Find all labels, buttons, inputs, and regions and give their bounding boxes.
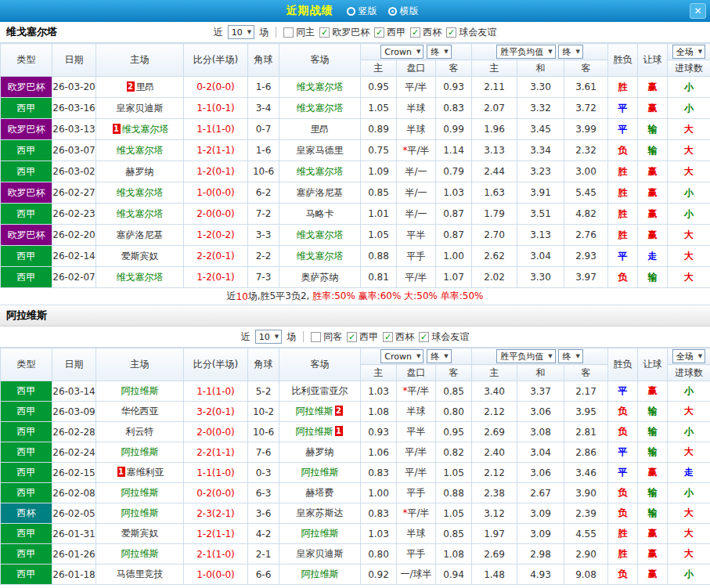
europe-home-odds-cell: 1.48 — [472, 565, 517, 585]
home-team-cell: 阿拉维斯 — [96, 503, 184, 524]
league-filter-checkbox[interactable]: ✓欧罗巴杯 — [319, 26, 369, 39]
col-home: 主场 — [96, 44, 184, 77]
home-team-cell: 阿拉维斯 — [96, 381, 184, 402]
team1-results-table: 类型 日期 主场 比分(半场) 角球 客场 Crown▼ 终▼ 胜平负均值▼ 终… — [0, 43, 710, 288]
match-row: 西甲26-02-08阿拉维斯0-2(0-0)6-3赫塔费1.00平手0.882.… — [1, 483, 710, 503]
asia-home-odds-cell: 0.83 — [361, 503, 397, 524]
league-filter-checkbox[interactable]: ✓西杯 — [410, 26, 441, 39]
league-filter-checkbox[interactable]: 同主 — [283, 26, 315, 39]
team2-league-checkboxes: 同客✓西甲✓西杯✓球会友谊 — [311, 330, 469, 344]
team-name: 比利亚雷亚尔 — [292, 385, 348, 396]
asia-away-odds-cell: 0.82 — [436, 442, 472, 463]
league-filter-checkbox[interactable]: ✓西甲 — [374, 26, 405, 39]
chevron-down-icon: ▼ — [416, 49, 420, 55]
europe-odds-select[interactable]: 胜平负均值▼ — [496, 349, 555, 363]
handicap-result-cell: 输 — [638, 483, 668, 503]
handicap-result-cell: 赢 — [638, 565, 668, 585]
europe-home-odds-cell: 2.44 — [472, 161, 517, 182]
goals-result-cell: 大 — [668, 225, 710, 246]
europe-away-odds-cell: 2.17 — [564, 381, 608, 402]
team-name: 阿拉维斯 — [121, 507, 159, 518]
match-count-select[interactable]: 10 ▼ — [228, 25, 254, 39]
away-team-cell: 阿拉维斯 — [279, 524, 361, 544]
col-asia-home: 主 — [361, 60, 397, 77]
match-date-cell: 26-03-16 — [52, 98, 96, 119]
chevron-down-icon: ▼ — [444, 49, 448, 55]
league-filter-checkbox[interactable]: ✓球会友谊 — [446, 26, 496, 39]
europe-final-select[interactable]: 终▼ — [558, 45, 582, 59]
match-count-select[interactable]: 10 ▼ — [255, 330, 282, 344]
asia-away-odds-cell: 0.93 — [436, 77, 472, 98]
chevron-down-icon: ▼ — [698, 353, 702, 359]
europe-home-odds-cell: 3.12 — [472, 503, 517, 524]
europe-away-odds-cell: 3.97 — [564, 267, 608, 288]
radio-vertical-view[interactable]: 竖版 — [347, 5, 377, 18]
col-asia-line: 盘口 — [397, 365, 436, 381]
goals-period-header: 全场▼ — [668, 348, 710, 365]
europe-away-odds-cell: 2.90 — [564, 544, 608, 565]
corner-cell: 6-6 — [248, 565, 279, 585]
europe-odds-select[interactable]: 胜平负均值▼ — [496, 45, 555, 59]
period-select[interactable]: 全场▼ — [672, 45, 705, 59]
corner-cell: 7-2 — [248, 204, 279, 225]
league-type-cell: 欧罗巴杯 — [1, 182, 52, 204]
team-name: 皇家贝迪斯 — [117, 103, 164, 114]
goals-result-cell: 小 — [668, 98, 710, 119]
goals-result-cell: 小 — [668, 77, 710, 98]
chevron-down-icon: ▼ — [247, 29, 251, 35]
goals-result-cell: 大 — [668, 503, 710, 524]
asia-home-odds-cell: 1.01 — [361, 204, 397, 225]
score-cell: 1-2(0-1) — [184, 161, 248, 182]
asia-away-odds-cell: 1.14 — [436, 140, 472, 161]
team-name: 马德里竞技 — [117, 568, 164, 579]
result-cell: 胜 — [608, 182, 638, 204]
team-name: 皇家贝迪斯 — [297, 548, 344, 559]
goals-result-cell: 大 — [668, 246, 710, 267]
asia-away-odds-cell: 1.00 — [436, 246, 472, 267]
asia-home-odds-cell: 0.80 — [361, 544, 397, 565]
col-result: 胜负 — [608, 348, 638, 381]
team-name: 阿拉维斯 — [121, 446, 159, 457]
handicap-result-cell: 输 — [638, 119, 668, 140]
handicap-result-cell: 输 — [638, 442, 668, 463]
asia-home-odds-cell: 0.95 — [361, 77, 397, 98]
red-card-badge: 1 — [335, 426, 343, 436]
radio-horizontal-view[interactable]: 横版 — [388, 5, 419, 18]
corner-cell: 3-4 — [248, 98, 279, 119]
score-cell: 1-1(1-0) — [184, 119, 248, 140]
league-filter-checkbox[interactable]: ✓西杯 — [383, 330, 414, 344]
europe-final-select[interactable]: 终▼ — [558, 349, 582, 363]
result-cell: 胜 — [608, 161, 638, 182]
europe-away-odds-cell: 3.46 — [564, 463, 608, 483]
checkbox-label: 西杯 — [423, 26, 441, 39]
league-filter-checkbox[interactable]: 同客 — [311, 330, 342, 344]
odds-company-select[interactable]: Crown▼ — [380, 349, 423, 363]
radio-selected-icon — [388, 7, 397, 16]
period-select[interactable]: 全场▼ — [672, 349, 705, 363]
score-cell: 1-2(1-1) — [184, 524, 248, 544]
chevron-down-icon: ▼ — [548, 353, 552, 359]
goals-result-cell: 大 — [668, 161, 710, 182]
radio-vertical-label: 竖版 — [359, 5, 377, 18]
asia-away-odds-cell: 0.80 — [436, 402, 472, 422]
match-row: 西甲26-03-09华伦西亚3-2(0-1)10-2阿拉维斯21.08半球0.8… — [1, 402, 710, 422]
europe-away-odds-cell: 2.86 — [564, 442, 608, 463]
checkbox-unchecked-icon — [311, 332, 321, 342]
match-date-cell: 26-02-08 — [52, 483, 96, 503]
col-type: 类型 — [1, 44, 52, 77]
team1-summary: 近10场,胜5平3负2, 胜率:50% 赢率:60% 大:50% 单率:50% — [0, 288, 710, 305]
asia-line-cell: 平/半 — [397, 267, 436, 288]
close-button[interactable]: ✕ — [690, 3, 706, 19]
col-asia-away: 客 — [436, 60, 472, 77]
match-row: 西甲26-01-31爱斯宾奴1-2(1-1)4-2阿拉维斯1.03半球0.851… — [1, 524, 710, 544]
odds-final-select[interactable]: 终▼ — [427, 349, 451, 363]
matches-label: 场 — [259, 26, 269, 39]
europe-draw-odds-cell: 2.67 — [517, 483, 564, 503]
handicap-result-cell: 输 — [638, 140, 668, 161]
odds-final-select[interactable]: 终▼ — [427, 45, 451, 59]
goals-result-cell: 小 — [668, 381, 710, 402]
team-name: 里昂 — [311, 124, 330, 135]
league-filter-checkbox[interactable]: ✓球会友谊 — [419, 330, 469, 344]
odds-company-select[interactable]: Crown▼ — [380, 45, 423, 59]
league-filter-checkbox[interactable]: ✓西甲 — [347, 330, 378, 344]
